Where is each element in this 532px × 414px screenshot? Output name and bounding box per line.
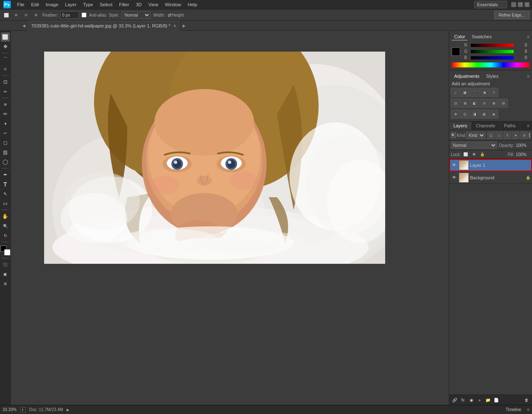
g-slider[interactable] (471, 50, 514, 53)
clone-stamp-tool[interactable]: ✦ (1, 119, 10, 128)
levels-btn[interactable]: ▦ (460, 88, 470, 97)
adjustments-tab[interactable]: Adjustments (452, 73, 482, 79)
rotate-view-tool[interactable]: ↻ (1, 231, 10, 240)
background-color[interactable] (4, 249, 10, 255)
eraser-tool[interactable]: ◻ (1, 138, 10, 147)
tab-close-button[interactable]: ✕ (173, 24, 176, 28)
threshold-btn[interactable]: ◨ (470, 109, 479, 119)
lock-position-icon[interactable]: ✥ (471, 151, 478, 158)
blend-mode-select[interactable]: Normal (451, 141, 497, 149)
status-arrow-right[interactable]: ▶ (67, 408, 69, 412)
timeline-label[interactable]: Timeline (503, 407, 524, 412)
quick-select-tool[interactable]: ⊙ (1, 64, 10, 74)
layers-panel-menu[interactable]: ≡ (525, 124, 532, 128)
brightness-contrast-btn[interactable]: ☼ (451, 88, 460, 97)
filter-kind-select[interactable]: Kind (466, 131, 485, 139)
menu-window[interactable]: Window (162, 1, 184, 8)
history-brush-tool[interactable]: ↩ (1, 129, 10, 138)
eyedropper-tool[interactable]: ✏ (1, 87, 10, 96)
brush-tool[interactable]: ✏ (1, 109, 10, 119)
menu-view[interactable]: View (146, 1, 161, 8)
add-style-button[interactable]: fx (459, 396, 467, 404)
anti-alias-checkbox[interactable] (82, 12, 87, 17)
layer1-name[interactable]: Layer 1 (470, 163, 530, 168)
refine-edge-button[interactable]: Refine Edge... (494, 11, 530, 19)
close-button[interactable]: ✕ (525, 2, 530, 7)
new-group-button[interactable]: 📁 (484, 396, 492, 404)
photo-filter-btn[interactable]: ⊙ (480, 99, 489, 108)
rectangular-marquee-tool[interactable]: ⬜ (1, 32, 10, 42)
color-tab[interactable]: Color (452, 33, 468, 40)
swatches-tab[interactable]: Swatches (469, 33, 494, 40)
paths-tab[interactable]: Paths (500, 121, 520, 130)
add-adjustment-button[interactable]: ● (476, 396, 483, 404)
timeline-menu[interactable]: ≡ (527, 407, 530, 412)
menu-filter[interactable]: Filter (116, 1, 132, 8)
black-white-btn[interactable]: ◧ (470, 99, 479, 108)
path-select-tool[interactable]: ↖ (1, 189, 10, 198)
fill-value[interactable]: 100% (516, 152, 530, 157)
add-mask-button[interactable]: ◉ (468, 396, 475, 404)
background-visibility-toggle[interactable]: 👁 (451, 174, 458, 181)
new-layer-button[interactable]: 📄 (492, 396, 500, 404)
minimize-button[interactable]: — (511, 2, 516, 7)
lock-all-icon[interactable]: 🔒 (479, 151, 486, 158)
hand-tool[interactable]: ✋ (1, 212, 10, 221)
hue-saturation-btn[interactable]: ⊡ (451, 99, 460, 108)
color-swatches[interactable] (0, 245, 10, 255)
tab-scroll-right[interactable]: ▶ (181, 24, 187, 28)
invert-btn[interactable]: ⊕ (451, 109, 460, 119)
foreground-color-swatch[interactable] (452, 47, 460, 56)
menu-image[interactable]: Image (43, 1, 62, 8)
document-tab[interactable]: 7039381-cute-little-girl-hd-wallpaper.jp… (27, 21, 181, 31)
gradient-tool[interactable]: ▥ (1, 148, 10, 157)
dodge-tool[interactable]: ◯ (1, 157, 10, 166)
menu-layer[interactable]: Layer (62, 1, 79, 8)
styles-tab[interactable]: Styles (484, 73, 501, 79)
layer-item-layer1[interactable]: 👁 Layer 1 (449, 159, 532, 171)
curves-btn[interactable]: ⌒ (470, 88, 479, 97)
lock-pixels-icon[interactable]: ⬜ (463, 151, 469, 158)
opacity-value[interactable]: 100% (516, 143, 530, 148)
link-layers-button[interactable]: 🔗 (451, 396, 458, 404)
layer1-visibility-toggle[interactable]: 👁 (451, 162, 458, 169)
filter-adj-icon[interactable]: ☼ (495, 131, 503, 139)
artboards-tool[interactable]: ⊞ (1, 279, 10, 288)
menu-type[interactable]: Type (80, 1, 96, 8)
filter-smart-icon[interactable]: ⊙ (520, 131, 528, 139)
color-balance-btn[interactable]: ⊞ (460, 99, 470, 108)
info-button[interactable]: ℹ (20, 407, 26, 413)
channels-tab[interactable]: Channels (472, 121, 500, 130)
filter-pixel-icon[interactable]: ◻ (487, 131, 495, 139)
screen-mode-tool[interactable]: ▣ (1, 270, 10, 279)
filter-shape-icon[interactable]: ♦ (512, 131, 520, 139)
lasso-tool[interactable]: ⌒ (1, 55, 10, 64)
workspace-selector[interactable]: Essentials (474, 1, 507, 8)
layers-tab[interactable]: Layers (449, 121, 472, 130)
restore-button[interactable]: ❐ (518, 2, 523, 7)
zoom-tool[interactable]: 🔍 (1, 221, 10, 231)
b-slider[interactable] (471, 56, 514, 59)
menu-help[interactable]: Help (185, 1, 200, 8)
adjustments-panel-menu[interactable]: ≡ (527, 74, 530, 79)
vibrance-btn[interactable]: ▽ (489, 88, 498, 97)
canvas-area[interactable] (11, 31, 449, 405)
move-tool[interactable]: ✥ (1, 42, 10, 51)
quick-mask-tool[interactable]: ⬛ (1, 260, 10, 269)
filter-toggle[interactable] (529, 132, 530, 138)
background-name[interactable]: Background (470, 175, 525, 180)
layer-item-background[interactable]: 👁 Background 🔒 (449, 171, 532, 184)
style-select[interactable]: Normal (121, 11, 151, 19)
menu-3d[interactable]: 3D (133, 1, 145, 8)
shape-tool[interactable]: ▭ (1, 199, 10, 208)
color-lookup-btn[interactable]: ⊟ (499, 99, 508, 108)
r-slider[interactable] (471, 44, 514, 47)
gradient-map-btn[interactable]: ▥ (480, 109, 489, 119)
healing-brush-tool[interactable]: ⊕ (1, 100, 10, 109)
feather-input[interactable] (60, 11, 79, 19)
posterize-btn[interactable]: ◫ (460, 109, 470, 119)
channel-mixer-btn[interactable]: ⊞ (489, 99, 498, 108)
menu-select[interactable]: Select (97, 1, 116, 8)
crop-tool[interactable]: ⊡ (1, 77, 10, 87)
type-tool[interactable]: T (1, 180, 10, 189)
